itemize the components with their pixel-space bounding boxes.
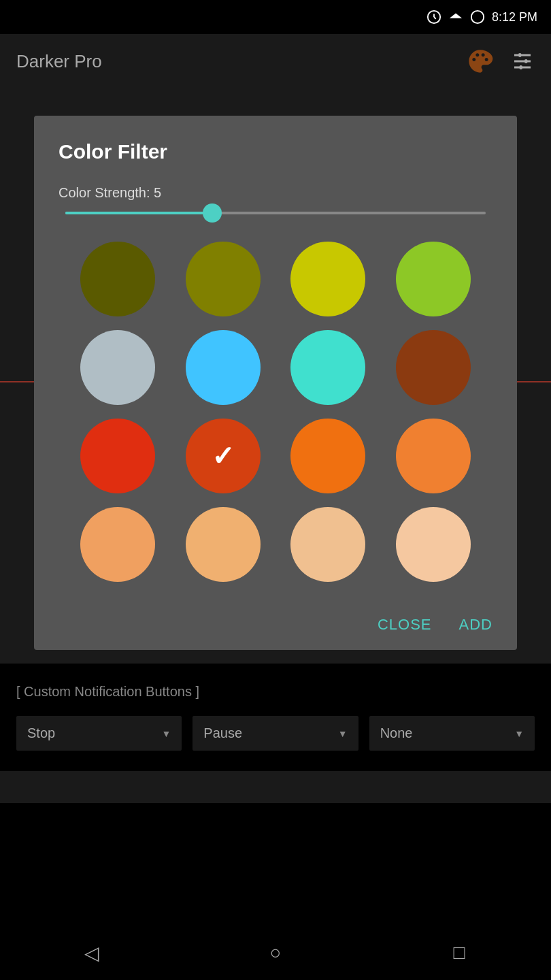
color-option-red-orange[interactable] xyxy=(80,419,155,493)
bottom-section: [ Custom Notification Buttons ] Stop ▼ P… xyxy=(0,664,551,771)
dropdown-stop-arrow: ▼ xyxy=(161,728,171,739)
close-button[interactable]: CLOSE xyxy=(378,616,432,634)
recent-icon: □ xyxy=(454,942,465,964)
dropdown-none-arrow: ▼ xyxy=(514,728,524,739)
status-time: 8:12 PM xyxy=(492,10,537,24)
svg-rect-9 xyxy=(524,59,528,63)
signal-icon xyxy=(470,10,485,24)
color-option-olive-medium[interactable] xyxy=(186,242,261,316)
color-option-peach-very-light[interactable] xyxy=(396,507,471,582)
back-icon: ◁ xyxy=(84,942,99,964)
palette-icon[interactable] xyxy=(467,48,494,75)
svg-rect-10 xyxy=(520,65,523,69)
sliders-icon[interactable] xyxy=(510,49,535,74)
app-bar: Darker Pro xyxy=(0,34,551,88)
clock-icon xyxy=(427,10,441,24)
status-bar: 8:12 PM xyxy=(0,0,551,34)
dialog-title: Color Filter xyxy=(59,140,492,163)
color-option-light-gray[interactable] xyxy=(80,330,155,405)
nav-bar: ◁ ○ □ xyxy=(0,926,551,980)
back-button[interactable]: ◁ xyxy=(71,932,112,973)
recent-button[interactable]: □ xyxy=(439,932,480,973)
color-grid xyxy=(59,242,492,582)
color-option-olive-dark[interactable] xyxy=(80,242,155,316)
dropdown-none[interactable]: None ▼ xyxy=(369,716,535,751)
add-button[interactable]: ADD xyxy=(459,616,492,634)
dropdown-pause[interactable]: Pause ▼ xyxy=(193,716,358,751)
app-title: Darker Pro xyxy=(16,51,102,72)
dropdown-row: Stop ▼ Pause ▼ None ▼ xyxy=(16,716,535,751)
dropdown-pause-value: Pause xyxy=(203,725,242,741)
notification-label: [ Custom Notification Buttons ] xyxy=(16,684,535,700)
status-icons: 8:12 PM xyxy=(427,10,537,24)
svg-marker-3 xyxy=(450,14,462,18)
color-option-orange-light[interactable] xyxy=(396,419,471,493)
dialog-buttons: CLOSE ADD xyxy=(59,609,492,634)
slider-fill xyxy=(65,212,212,214)
dropdown-stop[interactable]: Stop ▼ xyxy=(16,716,182,751)
svg-line-2 xyxy=(434,17,436,19)
red-accent-right xyxy=(517,381,551,382)
color-strength-label: Color Strength: 5 xyxy=(59,185,492,201)
home-icon: ○ xyxy=(270,942,282,964)
main-content: Color Filter Color Strength: 5 xyxy=(0,88,551,803)
color-option-peach-light[interactable] xyxy=(290,507,365,582)
color-option-teal[interactable] xyxy=(290,330,365,405)
dropdown-stop-value: Stop xyxy=(27,725,55,741)
color-option-yellow-green[interactable] xyxy=(290,242,365,316)
wifi-icon xyxy=(448,10,463,24)
svg-rect-8 xyxy=(518,53,522,57)
app-bar-icons xyxy=(467,48,535,75)
color-option-sky-blue[interactable] xyxy=(186,330,261,405)
color-option-orange-medium[interactable] xyxy=(290,419,365,493)
dropdown-none-value: None xyxy=(380,725,413,741)
color-option-brown[interactable] xyxy=(396,330,471,405)
color-option-peach-medium[interactable] xyxy=(186,507,261,582)
color-strength-slider[interactable] xyxy=(59,212,492,214)
color-option-orange-dark[interactable] xyxy=(186,419,261,493)
slider-thumb[interactable] xyxy=(203,203,222,223)
svg-point-4 xyxy=(471,11,484,23)
color-option-peach-dark[interactable] xyxy=(80,507,155,582)
color-filter-dialog: Color Filter Color Strength: 5 xyxy=(34,116,517,650)
slider-track xyxy=(65,212,486,214)
home-button[interactable]: ○ xyxy=(255,932,296,973)
dropdown-pause-arrow: ▼ xyxy=(338,728,348,739)
red-accent-left xyxy=(0,381,34,382)
color-option-lime[interactable] xyxy=(396,242,471,316)
